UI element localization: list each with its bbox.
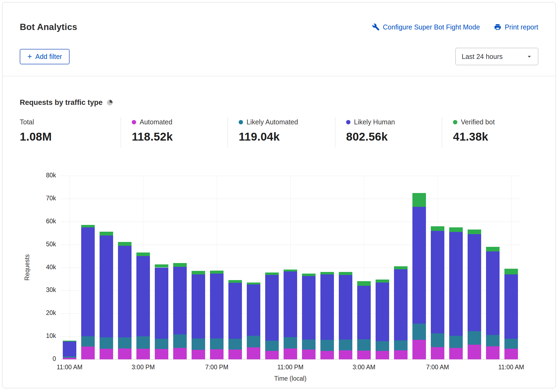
bar-segment-likely-automated: [302, 340, 316, 350]
bar-segment-verified-bot: [431, 226, 444, 231]
bar-segment-verified-bot: [468, 230, 481, 234]
bar-segment-likely-human: [394, 269, 408, 340]
bar-segment-automated: [468, 345, 481, 359]
bar-segment-verified-bot: [486, 247, 500, 251]
bar-segment-likely-human: [173, 267, 187, 334]
bar-segment-verified-bot: [63, 341, 76, 341]
bar-segment-likely-automated: [486, 335, 500, 346]
print-report-link[interactable]: Print report: [494, 23, 538, 31]
bar-segment-likely-automated: [320, 340, 334, 351]
bar-segment-automated: [247, 347, 260, 359]
bar-segment-likely-human: [210, 274, 224, 338]
bar-segment-verified-bot: [265, 273, 279, 275]
bar-segment-verified-bot: [412, 193, 426, 207]
time-range-value: Last 24 hours: [462, 53, 503, 61]
bar-segment-automated: [339, 350, 352, 359]
bar-segment-likely-automated: [100, 337, 113, 349]
bar-segment-verified-bot: [394, 266, 408, 269]
bar-segment-verified-bot: [284, 270, 297, 271]
bar-segment-verified-bot: [247, 283, 260, 285]
bar-segment-automated: [431, 347, 444, 359]
header-links: Configure Super Bot Fight Mode Print rep…: [372, 23, 538, 31]
x-axis-label: Time (local): [258, 375, 323, 382]
stat-label: Verified bot: [461, 118, 495, 126]
bot-analytics-card: Bot Analytics Configure Super Bot Fight …: [2, 2, 556, 388]
bar-segment-likely-automated: [192, 338, 205, 350]
requests-by-traffic-type-chart: 010k20k30k40k50k60k70k80k11:00 AM3:00 PM…: [20, 172, 538, 386]
bar-segment-likely-human: [320, 274, 334, 340]
x-axis-tick-label: 7:00 AM: [413, 364, 462, 371]
stat-label: Automated: [140, 118, 172, 126]
bar-segment-likely-automated: [394, 340, 408, 350]
bar-segment-automated: [357, 351, 371, 359]
bar-segment-likely-automated: [357, 339, 371, 351]
stat-value: 41.38k: [453, 130, 538, 143]
bar-segment-likely-human: [302, 276, 316, 340]
stat-value: 119.04k: [239, 130, 335, 143]
bar-segment-likely-human: [339, 275, 352, 340]
stat-verified-bot: Verified bot41.38k: [442, 117, 538, 148]
stat-total: Total1.08M: [20, 117, 121, 148]
chevron-down-icon: [526, 53, 533, 60]
bar-segment-likely-human: [100, 235, 113, 337]
bar-segment-automated: [63, 358, 76, 359]
legend-dot: [453, 120, 457, 124]
bar-segment-likely-automated: [504, 339, 518, 349]
bar-segment-automated: [412, 340, 426, 359]
bar-segment-likely-automated: [412, 324, 426, 340]
gridline-horizontal: [60, 222, 520, 222]
gridline-horizontal: [60, 199, 520, 199]
printer-icon: [494, 23, 501, 31]
bar-segment-automated: [486, 346, 500, 359]
bar-segment-verified-bot: [376, 280, 389, 283]
bar-segment-likely-human: [376, 283, 389, 341]
bar-segment-automated: [118, 348, 132, 359]
bar-segment-likely-human: [136, 256, 150, 336]
bar-segment-automated: [376, 351, 389, 359]
configure-super-bot-fight-mode-link[interactable]: Configure Super Bot Fight Mode: [372, 23, 480, 31]
bar-segment-verified-bot: [302, 274, 316, 276]
stat-automated: Automated118.52k: [121, 117, 228, 148]
bar-segment-automated: [302, 350, 316, 359]
time-range-select[interactable]: Last 24 hours: [455, 48, 538, 65]
bar-segment-likely-human: [155, 268, 168, 339]
bar-segment-automated: [155, 349, 168, 359]
pie-chart-icon: [107, 100, 113, 105]
add-filter-label: Add filter: [35, 53, 62, 61]
bar-segment-likely-automated: [449, 336, 463, 348]
bar-segment-automated: [210, 349, 224, 359]
bar-segment-likely-automated: [376, 341, 389, 351]
bar-segment-likely-automated: [81, 336, 95, 347]
bar-segment-verified-bot: [228, 280, 242, 283]
stat-likely-automated: Likely Automated119.04k: [228, 117, 335, 148]
gridline-horizontal: [60, 176, 520, 176]
bar-segment-verified-bot: [210, 271, 224, 274]
bar-segment-verified-bot: [449, 227, 463, 232]
bar-segment-automated: [449, 348, 463, 359]
bar-segment-likely-human: [357, 286, 371, 339]
bar-segment-automated: [265, 351, 279, 359]
bar-segment-likely-human: [228, 283, 242, 338]
stat-value: 1.08M: [20, 130, 121, 143]
stat-likely-human: Likely Human802.56k: [335, 117, 442, 148]
bar-segment-verified-bot: [136, 253, 150, 256]
bar-segment-verified-bot: [320, 272, 334, 274]
gridline-horizontal: [60, 359, 520, 360]
bar-segment-verified-bot: [339, 272, 352, 275]
stat-label: Total: [20, 118, 34, 126]
bar-segment-automated: [504, 349, 518, 359]
add-filter-button[interactable]: + Add filter: [20, 49, 70, 64]
wrench-icon: [372, 23, 380, 31]
bar-segment-likely-automated: [136, 336, 150, 349]
bar-segment-likely-automated: [118, 337, 132, 349]
bar-segment-likely-human: [412, 207, 426, 324]
print-link-label: Print report: [505, 23, 538, 31]
section-title: Requests by traffic type: [20, 98, 103, 107]
bar-segment-likely-human: [449, 232, 463, 336]
bar-segment-automated: [394, 350, 408, 359]
bar-segment-likely-human: [247, 284, 260, 335]
bar-segment-verified-bot: [81, 225, 95, 227]
bar-segment-likely-human: [486, 251, 500, 335]
bar-segment-likely-automated: [173, 334, 187, 348]
bar-segment-likely-human: [63, 341, 76, 356]
